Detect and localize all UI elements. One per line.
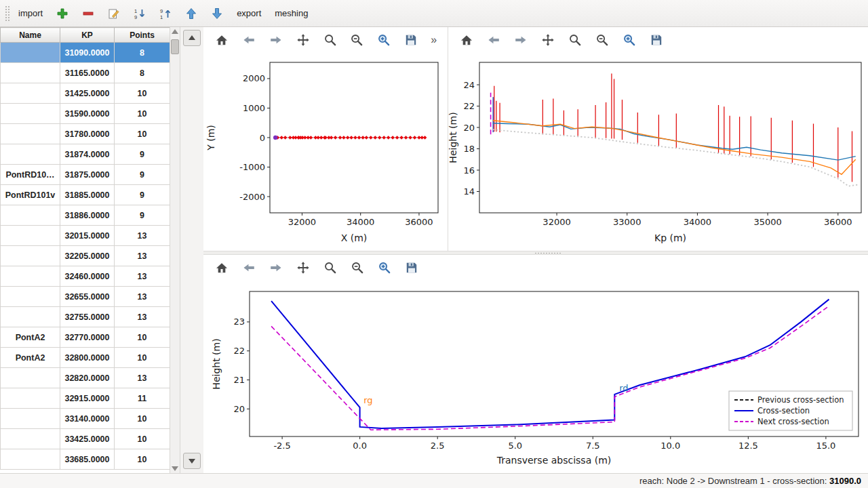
edit-button[interactable]: [103, 4, 125, 23]
scrollbar-up-arrow-icon[interactable]: [172, 29, 178, 34]
table-row[interactable]: 31780.000010: [1, 124, 170, 144]
pan-button[interactable]: [539, 31, 557, 49]
zoom-button[interactable]: [321, 31, 339, 49]
plan-chart-svg[interactable]: 320003400036000-2000-1000010002000X (m)Y…: [203, 53, 448, 251]
pan-button[interactable]: [294, 31, 312, 49]
table-row[interactable]: 32015.000013: [1, 226, 170, 246]
toolbar-overflow-button[interactable]: »: [429, 34, 438, 46]
cell-name[interactable]: [1, 63, 60, 83]
cell-kp[interactable]: 31165.0000: [60, 63, 115, 83]
home-button[interactable]: [213, 259, 231, 277]
zoom-out-button[interactable]: [593, 31, 611, 49]
cell-points[interactable]: 13: [115, 226, 170, 246]
cell-points[interactable]: 10: [115, 104, 170, 124]
cell-points[interactable]: 10: [115, 327, 170, 348]
table-row[interactable]: 32655.000013: [1, 287, 170, 307]
cell-kp[interactable]: 32770.0000: [60, 327, 115, 348]
cell-kp[interactable]: 31875.0000: [60, 165, 115, 185]
plan-chart[interactable]: 320003400036000-2000-1000010002000X (m)Y…: [203, 53, 448, 251]
column-header-points[interactable]: Points: [115, 28, 170, 43]
forward-button[interactable]: [512, 31, 530, 49]
cell-kp[interactable]: 32755.0000: [60, 307, 115, 327]
table-row[interactable]: 31425.000010: [1, 83, 170, 104]
cell-name[interactable]: [1, 388, 60, 409]
forward-button[interactable]: [267, 31, 285, 49]
cell-kp[interactable]: 31090.0000: [60, 43, 115, 63]
zoom-out-button[interactable]: [349, 259, 366, 277]
cell-points[interactable]: 10: [115, 429, 170, 449]
scrollbar-down-arrow-icon[interactable]: [172, 466, 178, 471]
column-header-name[interactable]: Name: [1, 28, 60, 43]
zoom-in-button[interactable]: [376, 259, 393, 277]
zoom-out-button[interactable]: [348, 31, 366, 49]
cell-name[interactable]: PontA2: [1, 348, 60, 368]
back-button[interactable]: [485, 31, 502, 49]
xsec-chart-svg[interactable]: -2.50.02.55.07.510.012.515.020212223rgrd…: [203, 281, 868, 473]
cell-name[interactable]: [1, 429, 60, 449]
cell-points[interactable]: 10: [115, 83, 170, 104]
remove-button[interactable]: [77, 4, 99, 23]
table-row[interactable]: 31165.00008: [1, 63, 170, 83]
scroll-to-bottom-button[interactable]: [183, 453, 201, 469]
scrollbar-thumb[interactable]: [171, 39, 179, 54]
cell-kp[interactable]: 33140.0000: [60, 409, 115, 429]
table-row[interactable]: PontRD10…31875.00009: [1, 165, 170, 185]
save-button[interactable]: [648, 31, 665, 49]
cell-kp[interactable]: 31885.0000: [60, 185, 115, 205]
add-button[interactable]: [52, 4, 73, 23]
cell-name[interactable]: [1, 124, 60, 144]
table-row[interactable]: 32205.000013: [1, 246, 170, 266]
table-row[interactable]: 33140.000010: [1, 409, 170, 429]
table-row[interactable]: 32915.000011: [1, 388, 170, 409]
move-down-button[interactable]: [206, 4, 228, 23]
export-button[interactable]: export: [232, 4, 266, 23]
table-row[interactable]: 33685.000010: [1, 449, 170, 470]
cell-name[interactable]: [1, 266, 60, 287]
cross-section-chart[interactable]: -2.50.02.55.07.510.012.515.020212223rgrd…: [203, 281, 868, 473]
cell-points[interactable]: 11: [115, 388, 170, 409]
zoom-button[interactable]: [566, 31, 584, 49]
cell-points[interactable]: 10: [115, 124, 170, 144]
move-up-button[interactable]: [180, 4, 202, 23]
save-button[interactable]: [402, 31, 420, 49]
cell-kp[interactable]: 33685.0000: [60, 449, 115, 470]
cell-kp[interactable]: 32820.0000: [60, 368, 115, 388]
table-row[interactable]: 32460.000013: [1, 266, 170, 287]
sort-ascending-button[interactable]: 19: [129, 4, 151, 23]
cell-points[interactable]: 13: [115, 368, 170, 388]
table-row[interactable]: PontA232800.000010: [1, 348, 170, 368]
zoom-in-button[interactable]: [620, 31, 638, 49]
cell-points[interactable]: 10: [115, 348, 170, 368]
cell-name[interactable]: [1, 226, 60, 246]
cell-name[interactable]: [1, 43, 60, 63]
import-button[interactable]: import: [14, 4, 47, 23]
back-button[interactable]: [240, 31, 258, 49]
cell-name[interactable]: [1, 246, 60, 266]
table-row[interactable]: 33425.000010: [1, 429, 170, 449]
pan-button[interactable]: [294, 259, 312, 277]
back-button[interactable]: [240, 259, 258, 277]
table-row[interactable]: 31874.00009: [1, 144, 170, 165]
cell-points[interactable]: 9: [115, 185, 170, 205]
cell-points[interactable]: 8: [115, 63, 170, 83]
cell-points[interactable]: 13: [115, 266, 170, 287]
cell-name[interactable]: PontRD101v: [1, 185, 60, 205]
cell-points[interactable]: 13: [115, 287, 170, 307]
table-row[interactable]: 32820.000013: [1, 368, 170, 388]
forward-button[interactable]: [267, 259, 285, 277]
profile-chart[interactable]: 3200033000340003500036000141618202224Kp …: [448, 53, 868, 251]
save-button[interactable]: [403, 259, 420, 277]
zoom-in-button[interactable]: [375, 31, 393, 49]
cell-kp[interactable]: 31780.0000: [60, 124, 115, 144]
cell-points[interactable]: 9: [115, 144, 170, 165]
table-row[interactable]: 32755.000013: [1, 307, 170, 327]
table-scrollbar[interactable]: [170, 27, 180, 473]
profile-chart-svg[interactable]: 3200033000340003500036000141618202224Kp …: [448, 53, 868, 251]
cell-name[interactable]: [1, 449, 60, 470]
cell-name[interactable]: [1, 409, 60, 429]
cell-points[interactable]: 13: [115, 246, 170, 266]
home-button[interactable]: [213, 31, 231, 49]
cell-name[interactable]: [1, 368, 60, 388]
cell-kp[interactable]: 33425.0000: [60, 429, 115, 449]
scroll-to-top-button[interactable]: [183, 30, 201, 46]
